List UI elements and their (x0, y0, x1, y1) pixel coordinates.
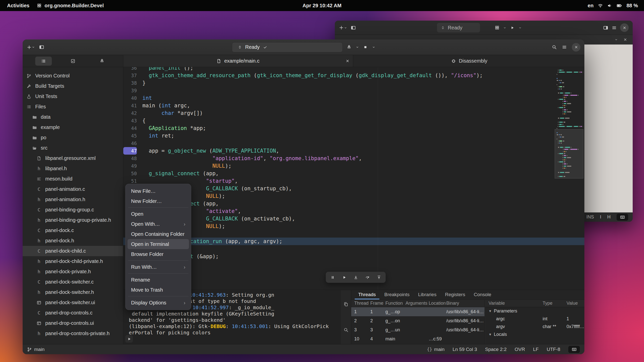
keyboard-layout-indicator[interactable]: en (588, 3, 593, 9)
cursor-position[interactable]: Ln 59 Col 3 (453, 347, 477, 352)
tree-item-meson-build[interactable]: meson.build (23, 174, 123, 184)
bg-indicator-2[interactable]: I (600, 214, 601, 220)
tree-item-src[interactable]: src (23, 143, 123, 153)
current-symbol[interactable]: {} main (427, 347, 445, 352)
thread-row[interactable]: 11g_…op/usr/lib/x86_64-li… (351, 307, 485, 316)
search-button[interactable] (552, 42, 557, 52)
tree-item-panel-dock-c[interactable]: Cpanel-dock.c (23, 225, 123, 236)
panel-build-button[interactable] (94, 57, 110, 66)
variable-row-argv[interactable]: argvchar **0x7fffff… (485, 323, 584, 331)
caret-down-icon[interactable] (503, 26, 506, 29)
panel-todo-button[interactable] (65, 57, 81, 66)
threads-table[interactable]: ThreadFrameFunctionArgumentsLocationBina… (351, 300, 485, 344)
menu-item-new-folder[interactable]: New Folder… (128, 196, 189, 206)
menu-item-open[interactable]: Open (128, 209, 189, 219)
close-button[interactable] (572, 43, 580, 52)
menu-button[interactable] (562, 42, 567, 52)
run-button[interactable] (347, 42, 352, 52)
tab-close-icon[interactable] (346, 59, 349, 63)
menu-item-rename[interactable]: Rename (128, 275, 189, 285)
indentation-indicator[interactable]: Space 2:2 (485, 347, 507, 352)
activities-button[interactable]: Activities (7, 3, 29, 9)
overwrite-indicator[interactable]: OVR (515, 347, 525, 352)
caret-down-icon[interactable] (518, 26, 522, 29)
scroll-to-bottom-button[interactable] (125, 335, 133, 343)
new-document-button[interactable] (27, 42, 35, 52)
bg-run-button[interactable] (510, 23, 515, 32)
step-in-button[interactable] (350, 273, 361, 282)
tree-item-po[interactable]: po (23, 132, 123, 143)
menu-item-new-file[interactable]: New File… (128, 186, 189, 196)
minimap[interactable] (557, 70, 583, 178)
tree-item-version-control[interactable]: Version Control (23, 71, 123, 81)
tree-item-panel-dock-switcher-ui[interactable]: panel-dock-switcher.ui (23, 297, 123, 308)
close-icon[interactable] (623, 38, 627, 41)
menu-item-browse-folder[interactable]: Browse Folder (128, 249, 189, 259)
code-editor[interactable]: 36 panel_init ();37 gtk_icon_theme_add_r… (123, 67, 584, 290)
bg-menu-button[interactable] (612, 23, 617, 32)
tree-item-panel-animation-h[interactable]: hpanel-animation.h (23, 194, 123, 205)
thread-row[interactable]: 104main…c:59 (351, 334, 485, 343)
panel-tab-threads[interactable]: Threads (355, 290, 379, 299)
omnibar[interactable]: Ready (232, 42, 343, 52)
log-search-button[interactable] (342, 326, 350, 334)
menu-item-move-to-trash[interactable]: Move to Trash (128, 285, 189, 295)
chevron-down-icon[interactable] (615, 38, 618, 41)
menu-item-open-in-terminal[interactable]: Open in Terminal (128, 239, 189, 249)
variable-group-locals[interactable]: ▼Locals (485, 331, 584, 338)
tree-item-panel-drop-controls-private-h[interactable]: hpanel-drop-controls-private.h (23, 328, 123, 339)
bg-indicator-3[interactable]: H (607, 214, 611, 220)
step-over-button[interactable] (362, 273, 373, 282)
tree-item-panel-dock-h[interactable]: hpanel-dock.h (23, 236, 123, 246)
bg-sidebar-toggle-button[interactable] (351, 23, 356, 32)
menu-item-run-with[interactable]: Run With…› (128, 262, 189, 272)
project-tree[interactable]: Version ControlBuild TargetsUnit TestsFi… (23, 67, 123, 344)
tree-item-panel-dock-child-private-h[interactable]: hpanel-dock-child-private.h (23, 256, 123, 266)
bg-build-button[interactable] (495, 23, 500, 32)
tree-item-panel-dock-switcher-h[interactable]: hpanel-dock-switcher.h (23, 287, 123, 297)
bg-keyboard-button[interactable] (617, 214, 628, 221)
tree-item-libpanel-h[interactable]: hlibpanel.h (23, 163, 123, 174)
thread-row[interactable]: 22g_…on/usr/lib/x86_64-li… (351, 316, 485, 325)
bg-panel-right-toggle[interactable] (603, 23, 608, 32)
bg-omnibar[interactable]: Ready (437, 23, 480, 32)
clock[interactable]: Apr 29 10:42 AM (303, 3, 342, 9)
panel-tab-breakpoints[interactable]: Breakpoints (381, 290, 413, 299)
panel-tab-registers[interactable]: Registers (441, 290, 469, 299)
tree-item-panel-drop-controls-ui[interactable]: panel-drop-controls.ui (23, 318, 123, 328)
tree-item-build-targets[interactable]: Build Targets (23, 81, 123, 91)
menu-item-open-containing-folder[interactable]: Open Containing Folder (128, 229, 189, 239)
stop-options-caret-icon[interactable] (372, 46, 375, 49)
focused-app-menu[interactable]: org.gnome.Builder.Devel (37, 3, 104, 9)
tree-item-panel-drop-controls-c[interactable]: Cpanel-drop-controls.c (23, 308, 123, 318)
bg-ins-indicator[interactable]: INS (586, 214, 594, 220)
tree-item-files[interactable]: Files (23, 102, 123, 112)
tree-item-libpanel-gresource-xml[interactable]: libpanel.gresource.xml (23, 153, 123, 163)
tree-item-panel-dock-child-c[interactable]: Cpanel-dock-child.c (23, 246, 123, 256)
tree-item-example[interactable]: example (23, 122, 123, 132)
disassembly-tab[interactable]: Disassembly (446, 55, 492, 67)
menu-item-open-with[interactable]: Open With…› (128, 219, 189, 229)
line-ending-indicator[interactable]: LF (533, 347, 539, 352)
tree-item-data[interactable]: data (23, 112, 123, 122)
branch-name[interactable]: main (34, 347, 45, 352)
continue-button[interactable] (339, 273, 349, 282)
menu-item-display-options[interactable]: Display Options› (128, 298, 189, 308)
panel-tab-libraries[interactable]: Libraries (415, 290, 440, 299)
encoding-indicator[interactable]: UTF-8 (547, 347, 560, 352)
file-tab[interactable]: example/main.c (123, 55, 353, 67)
copy-button[interactable] (342, 300, 350, 308)
tree-item-panel-binding-group-c[interactable]: Cpanel-binding-group.c (23, 205, 123, 215)
tree-item-panel-binding-group-private-h[interactable]: hpanel-binding-group-private.h (23, 215, 123, 225)
tree-item-panel-animation-c[interactable]: Cpanel-animation.c (23, 184, 123, 194)
tree-item-unit-tests[interactable]: Unit Tests (23, 91, 123, 102)
step-out-button[interactable] (374, 273, 384, 282)
stop-button[interactable] (363, 42, 368, 52)
sidebar-toggle-button[interactable] (39, 42, 44, 52)
tree-item-panel-dock-switcher-c[interactable]: Cpanel-dock-switcher.c (23, 277, 123, 287)
panel-tab-console[interactable]: Console (470, 290, 495, 299)
system-status-area[interactable]: en 88 % (588, 3, 644, 9)
panel-project-tree-button[interactable] (35, 57, 52, 66)
variable-row-argc[interactable]: argcint1 (485, 315, 584, 323)
keyboard-button[interactable] (568, 346, 580, 353)
